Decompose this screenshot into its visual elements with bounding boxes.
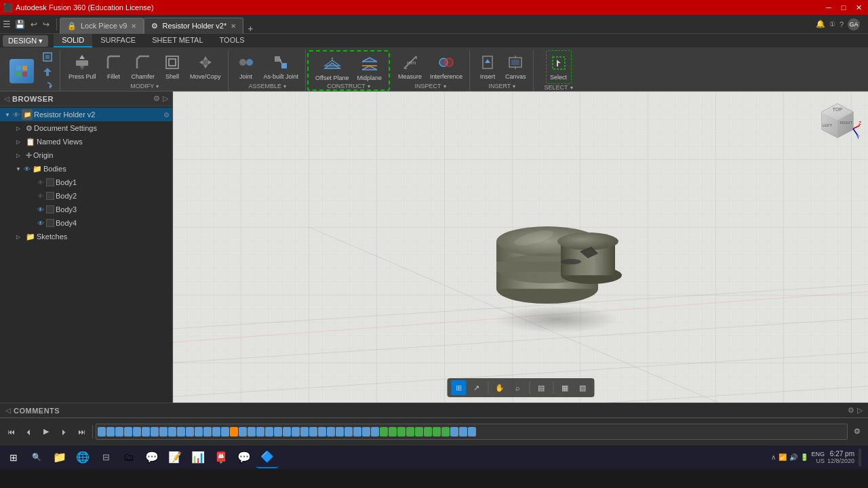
app-menu-icon[interactable]: ☰ — [3, 19, 11, 29]
play-button[interactable]: ▶ — [38, 424, 54, 440]
ribbon-tab-tools[interactable]: TOOLS — [212, 34, 253, 47]
help-icon[interactable]: ? — [840, 20, 844, 28]
as-built-joint-button[interactable]: As-built Joint — [261, 52, 302, 81]
taskbar-app-explorer[interactable]: 📁 — [49, 447, 71, 468]
browser-expand-icon[interactable]: ▷ — [163, 94, 168, 103]
timeline-marker-42[interactable] — [468, 427, 476, 436]
assemble-group-label[interactable]: ASSEMBLE ▾ — [249, 83, 287, 91]
taskbar-app-skype[interactable]: 💬 — [233, 447, 255, 468]
tab-lock-piece[interactable]: 🔒 Lock Piece v9 ✕ — [60, 18, 144, 34]
taskbar-app-notepad[interactable]: 📝 — [164, 447, 186, 468]
joint-button[interactable]: Joint — [234, 52, 258, 81]
midplane-button[interactable]: Midplane — [354, 53, 384, 83]
network-icon[interactable]: 📶 — [778, 453, 787, 461]
grid-settings-button[interactable]: ▦ — [557, 380, 572, 395]
notification-icon[interactable]: 🔔 — [816, 20, 825, 28]
timeline-marker-16[interactable] — [239, 427, 247, 436]
tree-body3-visibility-icon[interactable]: 👁 — [37, 206, 44, 214]
construct-group-label[interactable]: CONSTRUCT ▾ — [327, 83, 370, 91]
step-back-button[interactable]: ⏴ — [20, 424, 37, 440]
timeline-marker-40[interactable] — [450, 427, 458, 436]
modify-group-label[interactable]: MODIFY ▾ — [130, 83, 159, 91]
tab-resistor-holder[interactable]: ⚙ Resistor Holder v2* ✕ — [144, 18, 243, 34]
snapping-button[interactable]: ▧ — [575, 380, 590, 395]
battery-icon[interactable]: 🔋 — [800, 453, 808, 461]
timeline-marker-4[interactable] — [133, 427, 141, 436]
tree-body4-checkbox[interactable] — [46, 219, 54, 227]
tray-hide-icon[interactable]: ∧ — [771, 453, 776, 461]
timeline-marker-33[interactable] — [389, 427, 397, 436]
insert-derive-button[interactable]: Insert — [475, 52, 500, 81]
timeline-marker-20[interactable] — [274, 427, 282, 436]
tree-root-settings-icon[interactable]: ⚙ — [163, 111, 170, 119]
timeline-marker-34[interactable] — [397, 427, 406, 436]
tree-body4-visibility-icon[interactable]: 👁 — [37, 220, 44, 227]
undo-icon[interactable]: ↩ — [29, 18, 39, 30]
browser-collapse-icon[interactable]: ◁ — [4, 95, 9, 102]
timeline-marker-35[interactable] — [406, 427, 414, 436]
new-tab-button[interactable]: + — [243, 23, 257, 34]
select-button[interactable]: Select — [546, 50, 572, 84]
comments-collapse-icon[interactable]: ◁ — [5, 407, 11, 414]
inspect-group-label[interactable]: INSPECT ▾ — [415, 83, 446, 91]
timeline-marker-32[interactable] — [380, 427, 388, 436]
timeline-marker-31[interactable] — [371, 427, 379, 436]
volume-icon[interactable]: 🔊 — [789, 453, 797, 461]
user-count-icon[interactable]: ① — [829, 20, 835, 28]
display-settings-button[interactable]: ▤ — [534, 380, 549, 395]
tree-item-origin[interactable]: ▷ ✚ Origin — [0, 148, 172, 162]
timeline-marker-0[interactable] — [98, 427, 106, 436]
step-forward-button[interactable]: ⏵ — [56, 424, 72, 440]
step-forward-end-button[interactable]: ⏭ — [73, 424, 90, 440]
tree-bodies-visibility-icon[interactable]: 👁 — [24, 165, 31, 173]
minimize-button[interactable]: ─ — [822, 2, 835, 13]
start-button[interactable]: ⊞ — [3, 447, 24, 468]
fillet-button[interactable]: Fillet — [102, 52, 126, 81]
taskbar-app-win[interactable]: 🗂 — [118, 447, 140, 468]
canvas-button[interactable]: Canvas — [502, 52, 529, 81]
tree-body3-checkbox[interactable] — [46, 205, 54, 214]
comments-settings-icon[interactable]: ⚙ — [848, 406, 854, 415]
chamfer-button[interactable]: Chamfer — [129, 52, 158, 81]
taskbar-app-chat[interactable]: 💬 — [141, 447, 163, 468]
measure-button[interactable]: mm Measure — [395, 52, 425, 81]
step-back-begin-button[interactable]: ⏮ — [3, 424, 19, 440]
tree-item-body1[interactable]: 👁 Body1 — [0, 176, 172, 189]
timeline-marker-41[interactable] — [459, 427, 467, 436]
tree-body2-checkbox[interactable] — [46, 192, 54, 200]
ribbon-tab-surface[interactable]: SURFACE — [92, 34, 144, 47]
insert-group-label[interactable]: INSERT ▾ — [488, 83, 515, 91]
timeline-marker-1[interactable] — [106, 427, 115, 436]
timeline-marker-27[interactable] — [336, 427, 344, 436]
show-desktop-button[interactable] — [859, 449, 861, 466]
clock-area[interactable]: ENG US — [811, 451, 825, 464]
timeline-marker-26[interactable] — [327, 427, 335, 436]
timeline-marker-6[interactable] — [151, 427, 159, 436]
tree-item-document-settings[interactable]: ▷ ⚙ Document Settings — [0, 121, 172, 135]
move-copy-button[interactable]: Move/Copy — [187, 52, 224, 81]
view-cube[interactable]: TOP LEFT RIGHT Z Y — [814, 98, 861, 146]
timeline-track[interactable] — [96, 424, 848, 440]
timeline-marker-3[interactable] — [124, 427, 132, 436]
timeline-marker-5[interactable] — [142, 427, 150, 436]
maximize-button[interactable]: □ — [837, 2, 850, 13]
taskbar-app-excel[interactable]: 📊 — [187, 447, 209, 468]
ribbon-tab-sheet-metal[interactable]: SHEET METAL — [144, 34, 211, 47]
timeline-marker-17[interactable] — [248, 427, 256, 436]
tree-item-body2[interactable]: 👁 Body2 — [0, 189, 172, 203]
orbit-pivot-button[interactable]: ↗ — [469, 380, 484, 395]
timeline-marker-28[interactable] — [344, 427, 353, 436]
timeline-marker-30[interactable] — [362, 427, 370, 436]
user-avatar[interactable]: GA — [848, 18, 860, 30]
taskbar-app-mail[interactable]: 📮 — [210, 447, 232, 468]
timeline-marker-39[interactable] — [441, 427, 450, 436]
timeline-marker-37[interactable] — [424, 427, 432, 436]
close-button[interactable]: ✕ — [852, 2, 865, 13]
new-component-button[interactable] — [39, 50, 56, 64]
viewport[interactable]: TOP LEFT RIGHT Z Y ⊞ ↗ ✋ ⌕ ▤ ▦ ▧ — [173, 92, 868, 403]
timeline-marker-18[interactable] — [256, 427, 264, 436]
extrude-button[interactable] — [39, 65, 56, 79]
timeline-marker-24[interactable] — [309, 427, 317, 436]
save-icon[interactable]: 💾 — [14, 18, 26, 30]
timeline-marker-21[interactable] — [283, 427, 291, 436]
